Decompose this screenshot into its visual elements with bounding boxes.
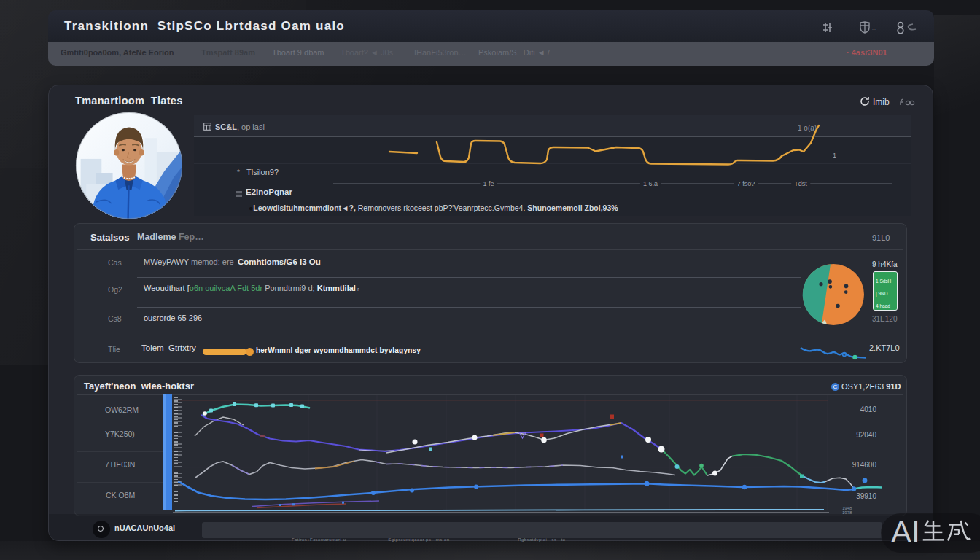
svg-text:1: 1 <box>833 152 836 159</box>
svg-text:...: ... <box>872 26 876 31</box>
